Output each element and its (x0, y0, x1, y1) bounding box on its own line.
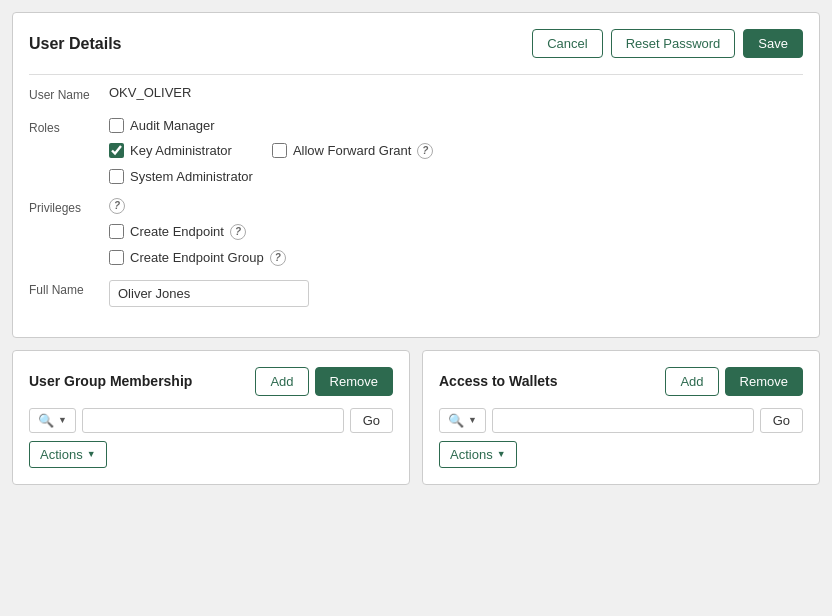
wallets-search-row: 🔍 ▼ Go (439, 408, 803, 433)
search-icon: 🔍 (448, 413, 464, 428)
create-endpoint-group-row: Create Endpoint Group ? (109, 250, 803, 266)
roles-row: Roles Audit Manager Key Administrator Al… (29, 118, 803, 184)
wallets-actions-chevron-icon: ▼ (497, 449, 506, 459)
wallets-remove-button[interactable]: Remove (725, 367, 803, 396)
chevron-down-icon: ▼ (58, 415, 67, 425)
fullname-label: Full Name (29, 280, 109, 299)
create-endpoint-checkbox[interactable] (109, 224, 124, 239)
page-wrapper: User Details Cancel Reset Password Save … (0, 0, 832, 497)
role-key-admin-row: Key Administrator (109, 143, 232, 158)
create-endpoint-group-label: Create Endpoint Group (130, 250, 264, 265)
bottom-row: User Group Membership Add Remove 🔍 ▼ Go … (12, 350, 820, 485)
privileges-label: Privileges (29, 198, 109, 217)
wallets-title: Access to Wallets (439, 373, 558, 389)
wallets-actions-row: Actions ▼ (439, 441, 803, 468)
allow-forward-grant-row: Allow Forward Grant ? (272, 143, 433, 159)
wallets-card: Access to Wallets Add Remove 🔍 ▼ Go Acti… (422, 350, 820, 485)
allow-forward-grant-help-icon[interactable]: ? (417, 143, 433, 159)
user-group-search-input[interactable] (82, 408, 344, 433)
username-label: User Name (29, 85, 109, 104)
save-button[interactable]: Save (743, 29, 803, 58)
create-endpoint-row: Create Endpoint ? (109, 224, 803, 240)
header-divider (29, 74, 803, 75)
wallets-actions-button[interactable]: Actions ▼ (439, 441, 517, 468)
wallets-actions-label: Actions (450, 447, 493, 462)
user-group-title: User Group Membership (29, 373, 192, 389)
create-endpoint-group-checkbox[interactable] (109, 250, 124, 265)
roles-label: Roles (29, 118, 109, 137)
user-group-go-button[interactable]: Go (350, 408, 393, 433)
user-group-remove-button[interactable]: Remove (315, 367, 393, 396)
system-admin-checkbox[interactable] (109, 169, 124, 184)
header-buttons: Cancel Reset Password Save (532, 29, 803, 58)
key-admin-label: Key Administrator (130, 143, 232, 158)
user-group-buttons: Add Remove (255, 367, 393, 396)
wallets-search-input[interactable] (492, 408, 754, 433)
audit-manager-checkbox[interactable] (109, 118, 124, 133)
role-audit-manager-row: Audit Manager (109, 118, 803, 133)
user-group-search-dropdown[interactable]: 🔍 ▼ (29, 408, 76, 433)
fullname-input[interactable] (109, 280, 309, 307)
wallets-add-button[interactable]: Add (665, 367, 718, 396)
username-value: OKV_OLIVER (109, 83, 191, 100)
user-group-search-row: 🔍 ▼ Go (29, 408, 393, 433)
allow-forward-grant-checkbox[interactable] (272, 143, 287, 158)
user-group-actions-label: Actions (40, 447, 83, 462)
key-admin-checkbox[interactable] (109, 143, 124, 158)
create-endpoint-group-help-icon[interactable]: ? (270, 250, 286, 266)
page-title: User Details (29, 35, 122, 53)
wallets-search-dropdown[interactable]: 🔍 ▼ (439, 408, 486, 433)
audit-manager-label: Audit Manager (130, 118, 215, 133)
username-row: User Name OKV_OLIVER (29, 85, 803, 104)
wallets-header: Access to Wallets Add Remove (439, 367, 803, 396)
user-details-card: User Details Cancel Reset Password Save … (12, 12, 820, 338)
reset-password-button[interactable]: Reset Password (611, 29, 736, 58)
create-endpoint-help-icon[interactable]: ? (230, 224, 246, 240)
chevron-down-icon: ▼ (468, 415, 477, 425)
wallets-go-button[interactable]: Go (760, 408, 803, 433)
card-header: User Details Cancel Reset Password Save (29, 29, 803, 58)
fullname-row: Full Name (29, 280, 803, 307)
role-system-admin-row: System Administrator (109, 169, 803, 184)
user-group-header: User Group Membership Add Remove (29, 367, 393, 396)
user-group-actions-button[interactable]: Actions ▼ (29, 441, 107, 468)
user-group-card: User Group Membership Add Remove 🔍 ▼ Go … (12, 350, 410, 485)
user-group-add-button[interactable]: Add (255, 367, 308, 396)
create-endpoint-label: Create Endpoint (130, 224, 224, 239)
allow-forward-grant-label: Allow Forward Grant (293, 143, 411, 158)
privileges-row: Privileges ? Create Endpoint ? Create En… (29, 198, 803, 266)
cancel-button[interactable]: Cancel (532, 29, 602, 58)
privileges-help-icon[interactable]: ? (109, 198, 125, 214)
search-icon: 🔍 (38, 413, 54, 428)
user-group-actions-row: Actions ▼ (29, 441, 393, 468)
system-admin-label: System Administrator (130, 169, 253, 184)
wallets-buttons: Add Remove (665, 367, 803, 396)
user-group-actions-chevron-icon: ▼ (87, 449, 96, 459)
